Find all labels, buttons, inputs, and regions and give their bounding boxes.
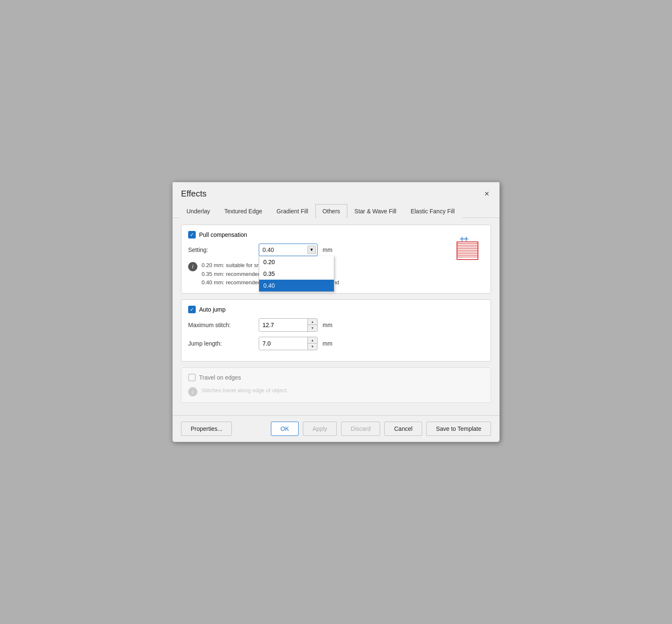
jump-length-up-button[interactable]: ▲ bbox=[308, 337, 317, 343]
max-stitch-down-button[interactable]: ▼ bbox=[308, 325, 317, 331]
travel-on-edges-info: i Stitches travel along edge of object. bbox=[188, 386, 484, 396]
jump-length-input[interactable] bbox=[259, 337, 307, 350]
travel-on-edges-checkbox[interactable] bbox=[188, 374, 196, 381]
max-stitch-up-button[interactable]: ▲ bbox=[308, 319, 317, 325]
jump-length-unit: mm bbox=[323, 340, 332, 347]
auto-jump-checkbox[interactable]: ✓ bbox=[188, 306, 196, 313]
max-stitch-label: Maximum stitch: bbox=[188, 322, 255, 328]
jump-length-down-button[interactable]: ▼ bbox=[308, 343, 317, 350]
auto-jump-section: ✓ Auto jump Maximum stitch: ▲ ▼ mm Jump … bbox=[181, 299, 491, 362]
dropdown-option-0.20[interactable]: 0.20 bbox=[259, 256, 334, 268]
travel-info-icon: i bbox=[188, 387, 197, 396]
cancel-button[interactable]: Cancel bbox=[384, 422, 422, 436]
tab-gradient-fill[interactable]: Gradient Fill bbox=[269, 204, 315, 218]
tab-elastic-fancy-fill[interactable]: Elastic Fancy Fill bbox=[404, 204, 462, 218]
setting-row: Setting: 0.20 0.35 0.40 ▼ 0.20 0.35 0.40 bbox=[188, 244, 484, 256]
tab-star-wave-fill[interactable]: Star & Wave Fill bbox=[347, 204, 404, 218]
tab-underlay[interactable]: Underlay bbox=[179, 204, 217, 218]
title-bar: Effects × bbox=[173, 182, 499, 204]
pull-compensation-header: ✓ Pull compensation bbox=[188, 231, 484, 239]
tab-content: ✓ Pull compensation bbox=[173, 218, 499, 415]
max-stitch-spinbox-buttons: ▲ ▼ bbox=[307, 319, 317, 331]
apply-button[interactable]: Apply bbox=[303, 422, 337, 436]
max-stitch-input[interactable] bbox=[259, 319, 307, 331]
close-button[interactable]: × bbox=[481, 188, 493, 200]
max-stitch-spinbox: ▲ ▼ bbox=[259, 318, 318, 332]
setting-select-wrapper: 0.20 0.35 0.40 ▼ 0.20 0.35 0.40 bbox=[259, 244, 318, 256]
dropdown-option-0.40[interactable]: 0.40 bbox=[259, 280, 334, 291]
travel-on-edges-title: Travel on edges bbox=[199, 374, 241, 381]
tab-textured-edge[interactable]: Textured Edge bbox=[217, 204, 269, 218]
setting-unit: mm bbox=[323, 246, 332, 253]
dialog-footer: Properties... OK Apply Discard Cancel Sa… bbox=[173, 415, 499, 442]
dropdown-option-0.35[interactable]: 0.35 bbox=[259, 268, 334, 280]
tab-bar: Underlay Textured Edge Gradient Fill Oth… bbox=[173, 204, 499, 218]
tab-others[interactable]: Others bbox=[315, 204, 347, 218]
footer-left: Properties... bbox=[181, 422, 232, 436]
ok-button[interactable]: OK bbox=[271, 422, 299, 436]
discard-button[interactable]: Discard bbox=[341, 422, 380, 436]
save-template-button[interactable]: Save to Template bbox=[426, 422, 491, 436]
jump-length-spinbox-buttons: ▲ ▼ bbox=[307, 337, 317, 350]
setting-select[interactable]: 0.20 0.35 0.40 bbox=[259, 244, 318, 256]
travel-on-edges-header: Travel on edges bbox=[188, 374, 484, 381]
footer-right: OK Apply Discard Cancel Save to Template bbox=[271, 422, 491, 436]
travel-on-edges-info-text: Stitches travel along edge of object. bbox=[202, 386, 288, 395]
pull-compensation-section: ✓ Pull compensation bbox=[181, 225, 491, 294]
pull-compensation-title: Pull compensation bbox=[199, 231, 247, 238]
jump-length-row: Jump length: ▲ ▼ mm bbox=[188, 337, 484, 350]
auto-jump-title: Auto jump bbox=[199, 306, 226, 313]
setting-dropdown: 0.20 0.35 0.40 bbox=[259, 256, 334, 292]
setting-label: Setting: bbox=[188, 246, 255, 253]
properties-button[interactable]: Properties... bbox=[181, 422, 232, 436]
max-stitch-row: Maximum stitch: ▲ ▼ mm bbox=[188, 318, 484, 332]
max-stitch-unit: mm bbox=[323, 322, 332, 328]
effects-dialog: Effects × Underlay Textured Edge Gradien… bbox=[172, 182, 500, 442]
pull-compensation-checkbox[interactable]: ✓ bbox=[188, 231, 196, 239]
pull-compensation-info: i 0.20 mm: suitable for small lettering … bbox=[188, 261, 484, 287]
dialog-title: Effects bbox=[181, 189, 207, 199]
jump-length-spinbox: ▲ ▼ bbox=[259, 337, 318, 350]
travel-on-edges-section: Travel on edges i Stitches travel along … bbox=[181, 367, 491, 403]
jump-length-label: Jump length: bbox=[188, 340, 255, 347]
auto-jump-header: ✓ Auto jump bbox=[188, 306, 484, 313]
info-icon: i bbox=[188, 262, 197, 271]
